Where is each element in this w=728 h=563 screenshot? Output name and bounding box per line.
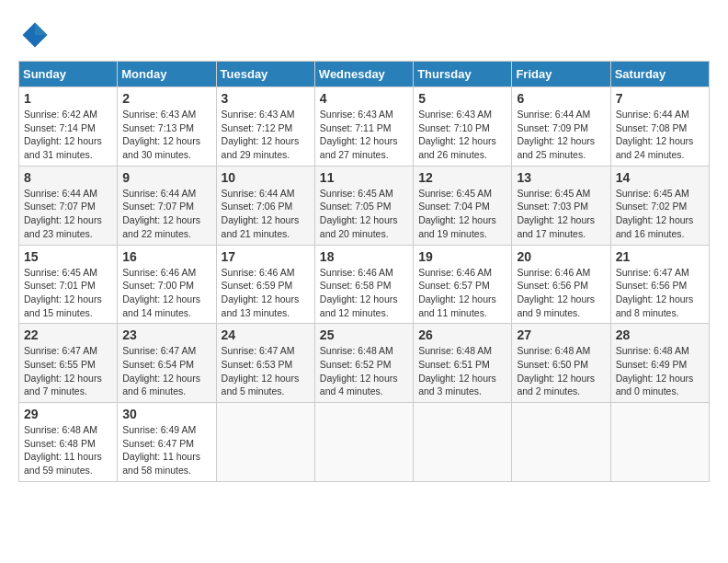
day-info: Sunrise: 6:47 AM Sunset: 6:56 PM Dayligh… bbox=[616, 266, 704, 320]
day-cell-29: 29Sunrise: 6:48 AM Sunset: 6:48 PM Dayli… bbox=[19, 403, 118, 482]
day-header-saturday: Saturday bbox=[610, 62, 709, 87]
day-number: 9 bbox=[122, 170, 210, 185]
day-number: 20 bbox=[517, 249, 605, 264]
day-number: 25 bbox=[320, 327, 408, 342]
day-info: Sunrise: 6:46 AM Sunset: 6:58 PM Dayligh… bbox=[320, 266, 408, 320]
day-info: Sunrise: 6:48 AM Sunset: 6:52 PM Dayligh… bbox=[320, 344, 408, 398]
day-header-tuesday: Tuesday bbox=[216, 62, 314, 87]
calendar-header: SundayMondayTuesdayWednesdayThursdayFrid… bbox=[19, 62, 710, 87]
day-info: Sunrise: 6:46 AM Sunset: 6:57 PM Dayligh… bbox=[418, 266, 506, 320]
day-info: Sunrise: 6:46 AM Sunset: 6:56 PM Dayligh… bbox=[517, 266, 605, 320]
day-number: 29 bbox=[24, 407, 112, 421]
day-cell-11: 11Sunrise: 6:45 AM Sunset: 7:05 PM Dayli… bbox=[314, 166, 413, 245]
day-header-wednesday: Wednesday bbox=[314, 62, 413, 87]
day-number: 17 bbox=[222, 249, 310, 264]
day-cell-14: 14Sunrise: 6:45 AM Sunset: 7:02 PM Dayli… bbox=[610, 166, 709, 245]
day-cell-6: 6Sunrise: 6:44 AM Sunset: 7:09 PM Daylig… bbox=[512, 87, 610, 167]
day-info: Sunrise: 6:45 AM Sunset: 7:01 PM Dayligh… bbox=[24, 266, 112, 320]
day-info: Sunrise: 6:46 AM Sunset: 6:59 PM Dayligh… bbox=[222, 266, 310, 320]
empty-cell bbox=[610, 403, 709, 482]
day-number: 30 bbox=[122, 407, 210, 421]
day-number: 13 bbox=[517, 170, 605, 185]
logo bbox=[18, 18, 55, 52]
day-info: Sunrise: 6:42 AM Sunset: 7:14 PM Dayligh… bbox=[24, 108, 112, 162]
day-cell-27: 27Sunrise: 6:48 AM Sunset: 6:50 PM Dayli… bbox=[512, 324, 610, 403]
day-number: 19 bbox=[418, 249, 506, 264]
day-cell-28: 28Sunrise: 6:48 AM Sunset: 6:49 PM Dayli… bbox=[610, 324, 709, 403]
empty-cell bbox=[216, 403, 314, 482]
day-cell-5: 5Sunrise: 6:43 AM Sunset: 7:10 PM Daylig… bbox=[414, 87, 512, 167]
day-cell-19: 19Sunrise: 6:46 AM Sunset: 6:57 PM Dayli… bbox=[414, 245, 512, 324]
day-number: 22 bbox=[24, 327, 112, 342]
day-number: 8 bbox=[24, 170, 112, 185]
svg-marker-1 bbox=[35, 23, 48, 36]
day-number: 10 bbox=[222, 170, 310, 185]
day-cell-4: 4Sunrise: 6:43 AM Sunset: 7:11 PM Daylig… bbox=[314, 87, 413, 167]
day-cell-24: 24Sunrise: 6:47 AM Sunset: 6:53 PM Dayli… bbox=[216, 324, 314, 403]
day-number: 7 bbox=[616, 91, 704, 106]
day-cell-26: 26Sunrise: 6:48 AM Sunset: 6:51 PM Dayli… bbox=[414, 324, 512, 403]
day-info: Sunrise: 6:48 AM Sunset: 6:49 PM Dayligh… bbox=[616, 344, 704, 398]
day-number: 11 bbox=[320, 170, 408, 185]
day-info: Sunrise: 6:44 AM Sunset: 7:07 PM Dayligh… bbox=[24, 187, 112, 241]
calendar-week-3: 15Sunrise: 6:45 AM Sunset: 7:01 PM Dayli… bbox=[19, 245, 710, 324]
day-info: Sunrise: 6:44 AM Sunset: 7:08 PM Dayligh… bbox=[616, 108, 704, 162]
day-info: Sunrise: 6:44 AM Sunset: 7:07 PM Dayligh… bbox=[122, 187, 210, 241]
day-cell-17: 17Sunrise: 6:46 AM Sunset: 6:59 PM Dayli… bbox=[216, 245, 314, 324]
calendar-week-5: 29Sunrise: 6:48 AM Sunset: 6:48 PM Dayli… bbox=[19, 403, 710, 482]
day-info: Sunrise: 6:48 AM Sunset: 6:48 PM Dayligh… bbox=[24, 423, 112, 477]
day-header-sunday: Sunday bbox=[19, 62, 118, 87]
calendar-body: 1Sunrise: 6:42 AM Sunset: 7:14 PM Daylig… bbox=[19, 87, 710, 482]
day-number: 23 bbox=[122, 327, 210, 342]
day-header-thursday: Thursday bbox=[414, 62, 512, 87]
day-info: Sunrise: 6:47 AM Sunset: 6:53 PM Dayligh… bbox=[222, 344, 310, 398]
calendar-week-2: 8Sunrise: 6:44 AM Sunset: 7:07 PM Daylig… bbox=[19, 166, 710, 245]
empty-cell bbox=[414, 403, 512, 482]
day-info: Sunrise: 6:45 AM Sunset: 7:03 PM Dayligh… bbox=[517, 187, 605, 241]
day-cell-1: 1Sunrise: 6:42 AM Sunset: 7:14 PM Daylig… bbox=[19, 87, 118, 167]
calendar-week-1: 1Sunrise: 6:42 AM Sunset: 7:14 PM Daylig… bbox=[19, 87, 710, 167]
day-number: 15 bbox=[24, 249, 112, 264]
day-number: 16 bbox=[122, 249, 210, 264]
day-info: Sunrise: 6:46 AM Sunset: 7:00 PM Dayligh… bbox=[122, 266, 210, 320]
day-info: Sunrise: 6:44 AM Sunset: 7:09 PM Dayligh… bbox=[517, 108, 605, 162]
day-number: 1 bbox=[24, 91, 112, 106]
day-cell-3: 3Sunrise: 6:43 AM Sunset: 7:12 PM Daylig… bbox=[216, 87, 314, 167]
day-cell-12: 12Sunrise: 6:45 AM Sunset: 7:04 PM Dayli… bbox=[414, 166, 512, 245]
day-cell-15: 15Sunrise: 6:45 AM Sunset: 7:01 PM Dayli… bbox=[19, 245, 118, 324]
day-cell-22: 22Sunrise: 6:47 AM Sunset: 6:55 PM Dayli… bbox=[19, 324, 118, 403]
day-header-friday: Friday bbox=[512, 62, 610, 87]
day-cell-9: 9Sunrise: 6:44 AM Sunset: 7:07 PM Daylig… bbox=[118, 166, 216, 245]
day-info: Sunrise: 6:49 AM Sunset: 6:47 PM Dayligh… bbox=[122, 423, 210, 477]
day-cell-20: 20Sunrise: 6:46 AM Sunset: 6:56 PM Dayli… bbox=[512, 245, 610, 324]
day-info: Sunrise: 6:47 AM Sunset: 6:55 PM Dayligh… bbox=[24, 344, 112, 398]
day-info: Sunrise: 6:43 AM Sunset: 7:13 PM Dayligh… bbox=[122, 108, 210, 162]
page-header bbox=[18, 18, 710, 52]
day-cell-16: 16Sunrise: 6:46 AM Sunset: 7:00 PM Dayli… bbox=[118, 245, 216, 324]
logo-icon bbox=[18, 18, 51, 52]
day-info: Sunrise: 6:45 AM Sunset: 7:04 PM Dayligh… bbox=[418, 187, 506, 241]
day-cell-10: 10Sunrise: 6:44 AM Sunset: 7:06 PM Dayli… bbox=[216, 166, 314, 245]
day-number: 12 bbox=[418, 170, 506, 185]
day-info: Sunrise: 6:45 AM Sunset: 7:02 PM Dayligh… bbox=[616, 187, 704, 241]
day-info: Sunrise: 6:45 AM Sunset: 7:05 PM Dayligh… bbox=[320, 187, 408, 241]
empty-cell bbox=[314, 403, 413, 482]
day-number: 21 bbox=[616, 249, 704, 264]
day-number: 6 bbox=[517, 91, 605, 106]
day-info: Sunrise: 6:43 AM Sunset: 7:10 PM Dayligh… bbox=[418, 108, 506, 162]
day-cell-13: 13Sunrise: 6:45 AM Sunset: 7:03 PM Dayli… bbox=[512, 166, 610, 245]
day-info: Sunrise: 6:47 AM Sunset: 6:54 PM Dayligh… bbox=[122, 344, 210, 398]
day-cell-2: 2Sunrise: 6:43 AM Sunset: 7:13 PM Daylig… bbox=[118, 87, 216, 167]
day-cell-30: 30Sunrise: 6:49 AM Sunset: 6:47 PM Dayli… bbox=[118, 403, 216, 482]
day-number: 2 bbox=[122, 91, 210, 106]
header-row: SundayMondayTuesdayWednesdayThursdayFrid… bbox=[19, 62, 710, 87]
day-info: Sunrise: 6:43 AM Sunset: 7:11 PM Dayligh… bbox=[320, 108, 408, 162]
day-info: Sunrise: 6:44 AM Sunset: 7:06 PM Dayligh… bbox=[222, 187, 310, 241]
day-cell-23: 23Sunrise: 6:47 AM Sunset: 6:54 PM Dayli… bbox=[118, 324, 216, 403]
day-cell-7: 7Sunrise: 6:44 AM Sunset: 7:08 PM Daylig… bbox=[610, 87, 709, 167]
day-number: 28 bbox=[616, 327, 704, 342]
day-number: 27 bbox=[517, 327, 605, 342]
day-info: Sunrise: 6:43 AM Sunset: 7:12 PM Dayligh… bbox=[222, 108, 310, 162]
day-number: 14 bbox=[616, 170, 704, 185]
day-number: 3 bbox=[222, 91, 310, 106]
